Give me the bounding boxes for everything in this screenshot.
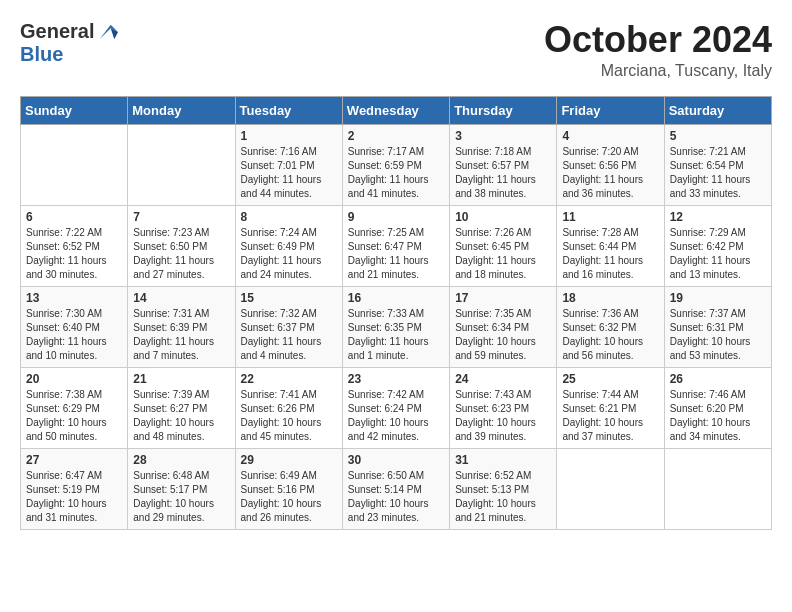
day-number: 28 <box>133 453 229 467</box>
logo-blue-text: Blue <box>20 43 63 66</box>
calendar-cell: 1Sunrise: 7:16 AM Sunset: 7:01 PM Daylig… <box>235 124 342 205</box>
calendar-cell: 9Sunrise: 7:25 AM Sunset: 6:47 PM Daylig… <box>342 205 449 286</box>
calendar-cell: 17Sunrise: 7:35 AM Sunset: 6:34 PM Dayli… <box>450 286 557 367</box>
day-info: Sunrise: 7:24 AM Sunset: 6:49 PM Dayligh… <box>241 226 337 282</box>
calendar-cell: 15Sunrise: 7:32 AM Sunset: 6:37 PM Dayli… <box>235 286 342 367</box>
title-area: October 2024 Marciana, Tuscany, Italy <box>544 20 772 80</box>
day-info: Sunrise: 7:33 AM Sunset: 6:35 PM Dayligh… <box>348 307 444 363</box>
calendar-cell: 28Sunrise: 6:48 AM Sunset: 5:17 PM Dayli… <box>128 448 235 529</box>
day-number: 29 <box>241 453 337 467</box>
day-info: Sunrise: 7:46 AM Sunset: 6:20 PM Dayligh… <box>670 388 766 444</box>
day-info: Sunrise: 7:29 AM Sunset: 6:42 PM Dayligh… <box>670 226 766 282</box>
location-text: Marciana, Tuscany, Italy <box>544 62 772 80</box>
calendar-header-row: SundayMondayTuesdayWednesdayThursdayFrid… <box>21 96 772 124</box>
month-title: October 2024 <box>544 20 772 60</box>
calendar-cell: 4Sunrise: 7:20 AM Sunset: 6:56 PM Daylig… <box>557 124 664 205</box>
day-number: 6 <box>26 210 122 224</box>
day-info: Sunrise: 7:31 AM Sunset: 6:39 PM Dayligh… <box>133 307 229 363</box>
calendar-cell: 27Sunrise: 6:47 AM Sunset: 5:19 PM Dayli… <box>21 448 128 529</box>
day-info: Sunrise: 7:21 AM Sunset: 6:54 PM Dayligh… <box>670 145 766 201</box>
day-info: Sunrise: 7:30 AM Sunset: 6:40 PM Dayligh… <box>26 307 122 363</box>
day-number: 10 <box>455 210 551 224</box>
day-info: Sunrise: 7:22 AM Sunset: 6:52 PM Dayligh… <box>26 226 122 282</box>
calendar-cell: 5Sunrise: 7:21 AM Sunset: 6:54 PM Daylig… <box>664 124 771 205</box>
day-info: Sunrise: 7:20 AM Sunset: 6:56 PM Dayligh… <box>562 145 658 201</box>
calendar-cell: 22Sunrise: 7:41 AM Sunset: 6:26 PM Dayli… <box>235 367 342 448</box>
calendar-cell: 29Sunrise: 6:49 AM Sunset: 5:16 PM Dayli… <box>235 448 342 529</box>
calendar-cell: 14Sunrise: 7:31 AM Sunset: 6:39 PM Dayli… <box>128 286 235 367</box>
calendar-cell: 31Sunrise: 6:52 AM Sunset: 5:13 PM Dayli… <box>450 448 557 529</box>
page-header: General Blue October 2024 Marciana, Tusc… <box>20 20 772 80</box>
calendar-cell: 2Sunrise: 7:17 AM Sunset: 6:59 PM Daylig… <box>342 124 449 205</box>
calendar-cell: 11Sunrise: 7:28 AM Sunset: 6:44 PM Dayli… <box>557 205 664 286</box>
calendar-cell: 23Sunrise: 7:42 AM Sunset: 6:24 PM Dayli… <box>342 367 449 448</box>
day-info: Sunrise: 7:37 AM Sunset: 6:31 PM Dayligh… <box>670 307 766 363</box>
day-number: 5 <box>670 129 766 143</box>
day-number: 16 <box>348 291 444 305</box>
day-info: Sunrise: 7:42 AM Sunset: 6:24 PM Dayligh… <box>348 388 444 444</box>
calendar-cell: 30Sunrise: 6:50 AM Sunset: 5:14 PM Dayli… <box>342 448 449 529</box>
calendar-cell: 12Sunrise: 7:29 AM Sunset: 6:42 PM Dayli… <box>664 205 771 286</box>
calendar-week-row: 20Sunrise: 7:38 AM Sunset: 6:29 PM Dayli… <box>21 367 772 448</box>
logo-icon <box>96 21 118 43</box>
day-info: Sunrise: 6:48 AM Sunset: 5:17 PM Dayligh… <box>133 469 229 525</box>
calendar-cell: 25Sunrise: 7:44 AM Sunset: 6:21 PM Dayli… <box>557 367 664 448</box>
logo: General Blue <box>20 20 118 66</box>
calendar-cell <box>557 448 664 529</box>
day-number: 19 <box>670 291 766 305</box>
calendar-cell: 13Sunrise: 7:30 AM Sunset: 6:40 PM Dayli… <box>21 286 128 367</box>
calendar-cell: 6Sunrise: 7:22 AM Sunset: 6:52 PM Daylig… <box>21 205 128 286</box>
day-number: 11 <box>562 210 658 224</box>
logo-general-text: General <box>20 20 94 43</box>
calendar-cell: 19Sunrise: 7:37 AM Sunset: 6:31 PM Dayli… <box>664 286 771 367</box>
day-info: Sunrise: 7:17 AM Sunset: 6:59 PM Dayligh… <box>348 145 444 201</box>
calendar-cell: 20Sunrise: 7:38 AM Sunset: 6:29 PM Dayli… <box>21 367 128 448</box>
day-number: 3 <box>455 129 551 143</box>
calendar-cell: 26Sunrise: 7:46 AM Sunset: 6:20 PM Dayli… <box>664 367 771 448</box>
day-header-saturday: Saturday <box>664 96 771 124</box>
day-info: Sunrise: 7:25 AM Sunset: 6:47 PM Dayligh… <box>348 226 444 282</box>
day-info: Sunrise: 7:35 AM Sunset: 6:34 PM Dayligh… <box>455 307 551 363</box>
day-number: 4 <box>562 129 658 143</box>
day-info: Sunrise: 7:16 AM Sunset: 7:01 PM Dayligh… <box>241 145 337 201</box>
calendar-cell <box>128 124 235 205</box>
day-number: 13 <box>26 291 122 305</box>
day-info: Sunrise: 7:39 AM Sunset: 6:27 PM Dayligh… <box>133 388 229 444</box>
day-number: 8 <box>241 210 337 224</box>
day-number: 20 <box>26 372 122 386</box>
day-info: Sunrise: 7:44 AM Sunset: 6:21 PM Dayligh… <box>562 388 658 444</box>
day-info: Sunrise: 7:18 AM Sunset: 6:57 PM Dayligh… <box>455 145 551 201</box>
calendar-cell: 8Sunrise: 7:24 AM Sunset: 6:49 PM Daylig… <box>235 205 342 286</box>
day-header-wednesday: Wednesday <box>342 96 449 124</box>
day-info: Sunrise: 6:50 AM Sunset: 5:14 PM Dayligh… <box>348 469 444 525</box>
calendar-cell: 3Sunrise: 7:18 AM Sunset: 6:57 PM Daylig… <box>450 124 557 205</box>
day-number: 12 <box>670 210 766 224</box>
calendar-week-row: 13Sunrise: 7:30 AM Sunset: 6:40 PM Dayli… <box>21 286 772 367</box>
day-info: Sunrise: 6:52 AM Sunset: 5:13 PM Dayligh… <box>455 469 551 525</box>
calendar-cell <box>21 124 128 205</box>
day-number: 22 <box>241 372 337 386</box>
day-number: 1 <box>241 129 337 143</box>
day-info: Sunrise: 7:32 AM Sunset: 6:37 PM Dayligh… <box>241 307 337 363</box>
day-number: 17 <box>455 291 551 305</box>
calendar-cell: 7Sunrise: 7:23 AM Sunset: 6:50 PM Daylig… <box>128 205 235 286</box>
day-info: Sunrise: 6:49 AM Sunset: 5:16 PM Dayligh… <box>241 469 337 525</box>
day-number: 27 <box>26 453 122 467</box>
calendar-cell: 16Sunrise: 7:33 AM Sunset: 6:35 PM Dayli… <box>342 286 449 367</box>
day-info: Sunrise: 7:26 AM Sunset: 6:45 PM Dayligh… <box>455 226 551 282</box>
day-info: Sunrise: 7:43 AM Sunset: 6:23 PM Dayligh… <box>455 388 551 444</box>
calendar-cell: 24Sunrise: 7:43 AM Sunset: 6:23 PM Dayli… <box>450 367 557 448</box>
day-number: 2 <box>348 129 444 143</box>
day-info: Sunrise: 6:47 AM Sunset: 5:19 PM Dayligh… <box>26 469 122 525</box>
day-number: 23 <box>348 372 444 386</box>
calendar-week-row: 6Sunrise: 7:22 AM Sunset: 6:52 PM Daylig… <box>21 205 772 286</box>
day-header-friday: Friday <box>557 96 664 124</box>
day-info: Sunrise: 7:23 AM Sunset: 6:50 PM Dayligh… <box>133 226 229 282</box>
calendar-table: SundayMondayTuesdayWednesdayThursdayFrid… <box>20 96 772 530</box>
day-number: 24 <box>455 372 551 386</box>
day-number: 26 <box>670 372 766 386</box>
day-header-monday: Monday <box>128 96 235 124</box>
day-info: Sunrise: 7:36 AM Sunset: 6:32 PM Dayligh… <box>562 307 658 363</box>
day-header-sunday: Sunday <box>21 96 128 124</box>
day-header-thursday: Thursday <box>450 96 557 124</box>
